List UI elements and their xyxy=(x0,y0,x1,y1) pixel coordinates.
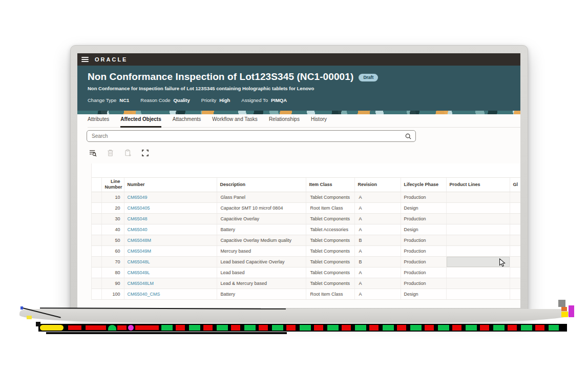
cell-product_lines xyxy=(446,278,510,288)
tab-history[interactable]: History xyxy=(311,116,327,127)
cell-number[interactable]: CM65049L xyxy=(124,267,217,278)
column-header-gutter xyxy=(92,177,101,192)
cell-gutter xyxy=(92,267,101,278)
cell-gl xyxy=(510,267,520,278)
page-subtitle: Non Conformance for Inspection failure o… xyxy=(88,86,520,91)
column-header-line-number[interactable]: Line Number xyxy=(101,177,124,192)
table-row: 20CM650405Capacitor SMT 10 microf 0804Ro… xyxy=(92,202,520,213)
search-icon[interactable] xyxy=(405,133,411,139)
tab-attributes[interactable]: Attributes xyxy=(88,116,109,127)
column-header-lifecycle-phase[interactable]: Lifecycle Phase xyxy=(401,177,446,192)
cell-gutter xyxy=(92,202,101,213)
cell-gl xyxy=(510,245,520,256)
column-header-item-class[interactable]: Item Class xyxy=(306,177,354,192)
cell-description: Glass Panel xyxy=(217,192,306,202)
cell-gl xyxy=(510,224,520,235)
cell-product_lines xyxy=(446,235,510,245)
table-row: 100CM65040_CMSBatteryRoot Item ClassADes… xyxy=(92,288,520,299)
cell-lifecycle_phase: Production xyxy=(401,278,446,288)
cell-number[interactable]: CM65048M xyxy=(124,235,217,245)
cell-lifecycle_phase: Design xyxy=(401,202,446,213)
tab-workflow-and-tasks[interactable]: Workflow and Tasks xyxy=(212,116,258,127)
cell-product_lines xyxy=(446,192,510,202)
tab-attachments[interactable]: Attachments xyxy=(173,116,201,127)
cell-revision: B xyxy=(354,235,401,245)
cell-description: Lead based xyxy=(217,267,306,278)
cell-gl xyxy=(510,288,520,299)
column-header-gl-truncated[interactable]: Gl xyxy=(510,177,520,192)
cell-number[interactable]: CM65049 xyxy=(124,192,217,202)
cell-gutter xyxy=(92,192,101,202)
cell-description: Mercury based xyxy=(217,245,306,256)
object-header: Non Conformance Inspection of Lot123S345… xyxy=(77,66,520,111)
item-number-link[interactable]: CM65049 xyxy=(128,195,148,200)
cell-gutter xyxy=(92,213,101,224)
cell-item_class: Tablet Components xyxy=(306,245,354,256)
cell-revision: A xyxy=(354,245,401,256)
item-number-link[interactable]: CM65049M xyxy=(128,249,152,254)
column-header-description[interactable]: Description xyxy=(217,177,306,192)
cell-lifecycle_phase: Production xyxy=(401,267,446,278)
search-in-table-icon[interactable] xyxy=(89,149,97,157)
mockup-base-band xyxy=(19,309,570,323)
cell-line: 60 xyxy=(101,245,124,256)
cell-revision: A xyxy=(354,288,401,299)
decorative-banner xyxy=(77,111,520,114)
cell-number[interactable]: CM650405 xyxy=(124,202,217,213)
maximize-icon[interactable] xyxy=(141,149,149,157)
table-header-row: Line Number Number Description Item Clas… xyxy=(92,177,520,192)
item-number-link[interactable]: CM65048L xyxy=(128,259,150,264)
cell-gutter xyxy=(92,256,101,267)
item-number-link[interactable]: CM65048LM xyxy=(128,281,154,286)
tab-affected-objects[interactable]: Affected Objects xyxy=(120,116,161,128)
table-row: 30CM65048Capacitive OverlayTablet Compon… xyxy=(92,213,520,224)
cell-number[interactable]: CM65048LM xyxy=(124,278,217,288)
cell-gl xyxy=(510,192,520,202)
cell-line: 50 xyxy=(101,235,124,245)
cell-revision: A xyxy=(354,278,401,288)
cell-line: 80 xyxy=(101,267,124,278)
cell-line: 20 xyxy=(101,202,124,213)
cell-gl xyxy=(510,278,520,288)
cell-number[interactable]: CM65049M xyxy=(124,245,217,256)
cell-line: 70 xyxy=(101,256,124,267)
search-input[interactable] xyxy=(87,133,405,139)
cell-line: 90 xyxy=(101,278,124,288)
cell-line: 100 xyxy=(101,288,124,299)
column-header-revision[interactable]: Revision xyxy=(354,177,401,192)
item-number-link[interactable]: CM65040_CMS xyxy=(128,292,160,297)
glitch-strip xyxy=(38,324,567,332)
cell-gl xyxy=(510,256,520,267)
item-number-link[interactable]: CM65048M xyxy=(128,238,152,243)
cell-number[interactable]: CM65040_CMS xyxy=(124,288,217,299)
cell-gutter xyxy=(92,235,101,245)
column-header-number[interactable]: Number xyxy=(124,177,217,192)
cell-number[interactable]: CM65048 xyxy=(124,213,217,224)
item-number-link[interactable]: CM65048 xyxy=(128,216,148,221)
global-header: ORACLE xyxy=(77,53,520,66)
cell-item_class: Root Item Class xyxy=(306,288,354,299)
item-number-link[interactable]: CM65040 xyxy=(128,227,148,232)
app-window: ORACLE Non Conformance Inspection of Lot… xyxy=(70,45,528,314)
tab-relationships[interactable]: Relationships xyxy=(269,116,300,127)
cell-number[interactable]: CM65040 xyxy=(124,224,217,235)
cell-number[interactable]: CM65048L xyxy=(124,256,217,267)
table-row: 80CM65049LLead basedTablet ComponentsAPr… xyxy=(92,267,520,278)
delete-icon xyxy=(107,149,114,157)
cell-product_lines xyxy=(446,202,510,213)
cell-lifecycle_phase: Design xyxy=(401,288,446,299)
cell-gutter xyxy=(92,224,101,235)
cell-revision: A xyxy=(354,202,401,213)
column-header-product-lines[interactable]: Product Lines xyxy=(446,177,510,192)
item-number-link[interactable]: CM650405 xyxy=(128,205,150,211)
table-spacer-row xyxy=(92,163,520,177)
search-field xyxy=(87,130,416,142)
cell-gutter xyxy=(92,278,101,288)
hamburger-menu-icon[interactable] xyxy=(81,57,89,62)
cell-line: 40 xyxy=(101,224,124,235)
cell-item_class: Tablet Components xyxy=(306,256,354,267)
table-row: 70CM65048LLead based Capacitive OverlayT… xyxy=(92,256,520,267)
item-number-link[interactable]: CM65049L xyxy=(128,270,150,275)
cell-revision: A xyxy=(354,192,401,202)
cell-description: Capacitive Overlay Medium quality xyxy=(217,235,306,245)
